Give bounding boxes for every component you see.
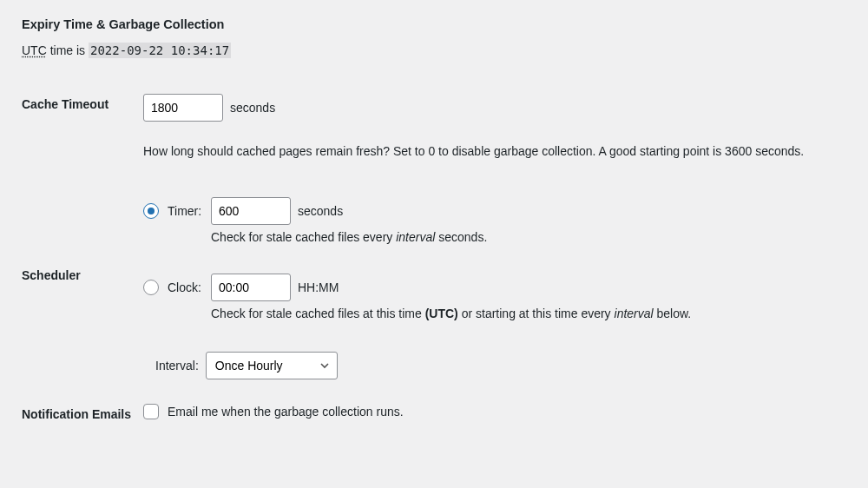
scheduler-clock-unit: HH:MM xyxy=(298,280,339,294)
scheduler-timer-unit: seconds xyxy=(298,204,343,218)
scheduler-clock-input[interactable] xyxy=(211,274,291,301)
cache-timeout-description: How long should cached pages remain fres… xyxy=(143,142,838,161)
scheduler-interval-label: Interval: xyxy=(155,359,199,373)
cache-timeout-label: Cache Timeout xyxy=(22,82,143,185)
scheduler-timer-help: Check for stale cached files every inter… xyxy=(211,230,838,244)
notification-emails-label: Notification Emails xyxy=(22,392,143,437)
notification-email-text: Email me when the garbage collection run… xyxy=(168,405,404,419)
utc-time-is: time is xyxy=(50,43,85,57)
scheduler-label: Scheduler xyxy=(22,185,143,392)
scheduler-clock-option[interactable]: Clock: xyxy=(143,280,211,295)
notification-email-option[interactable]: Email me when the garbage collection run… xyxy=(143,404,838,419)
cache-timeout-input[interactable] xyxy=(143,94,223,122)
notification-email-checkbox[interactable] xyxy=(143,404,159,419)
cache-timeout-unit: seconds xyxy=(230,101,275,115)
scheduler-clock-help: Check for stale cached files at this tim… xyxy=(211,307,838,320)
scheduler-clock-radio[interactable] xyxy=(143,280,159,295)
scheduler-interval-select[interactable]: Once Hourly xyxy=(206,352,338,379)
utc-abbr: UTC xyxy=(22,43,47,57)
scheduler-timer-option[interactable]: Timer: xyxy=(143,203,211,219)
utc-time-line: UTC time is 2022-09-22 10:34:17 xyxy=(22,43,846,57)
scheduler-timer-radio[interactable] xyxy=(143,203,159,219)
scheduler-timer-label: Timer: xyxy=(168,204,201,218)
section-heading: Expiry Time & Garbage Collection xyxy=(22,17,846,31)
utc-time-value: 2022-09-22 10:34:17 xyxy=(89,43,231,58)
scheduler-clock-label: Clock: xyxy=(168,280,201,294)
scheduler-timer-input[interactable] xyxy=(211,197,291,225)
